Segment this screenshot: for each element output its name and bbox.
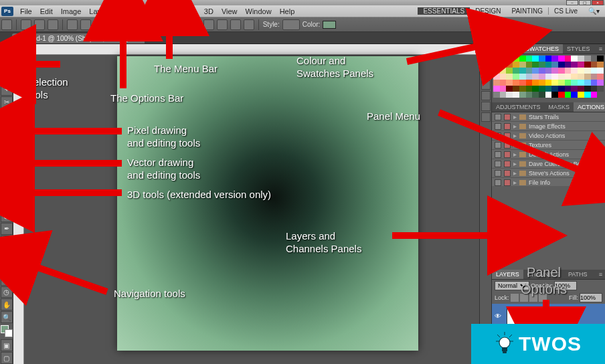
swatch[interactable] (513, 86, 519, 92)
combine-exc-icon[interactable] (244, 19, 254, 30)
swatch[interactable] (539, 92, 545, 98)
vector-mask-thumb[interactable] (531, 306, 551, 327)
blur-tool[interactable]: 💧 (1, 197, 13, 209)
swatch[interactable] (571, 86, 578, 92)
swatch[interactable] (591, 86, 598, 92)
menu-select[interactable]: Select (112, 7, 141, 15)
swatch[interactable] (597, 68, 604, 74)
action-row[interactable]: ▸Stars Trails (492, 112, 605, 122)
vertical-ruler[interactable] (13, 44, 24, 364)
swatch[interactable] (506, 68, 513, 74)
swatch[interactable] (571, 80, 578, 86)
swatch[interactable] (591, 92, 598, 98)
swatch[interactable] (493, 80, 500, 86)
color-swatch[interactable] (323, 21, 336, 29)
swatch[interactable] (565, 62, 572, 68)
actions-list[interactable]: ▸Stars Trails▸Image Effects▸Video Action… (492, 112, 605, 186)
swatch[interactable] (597, 86, 604, 92)
action-row[interactable]: ▸Steve's Actions (492, 169, 605, 178)
brush-tool[interactable]: 🖌 (1, 134, 13, 146)
roundrect-icon[interactable] (80, 19, 91, 30)
swatch[interactable] (539, 80, 545, 86)
swatch[interactable] (519, 92, 526, 98)
dialog-toggle-icon[interactable] (504, 161, 511, 167)
tab-close-icon[interactable]: × (135, 35, 139, 42)
swatch[interactable] (545, 92, 552, 98)
dialog-toggle-icon[interactable] (504, 142, 511, 149)
workspace-painting[interactable]: PAINTING (507, 7, 548, 15)
move-tool[interactable]: ✥ (1, 46, 13, 58)
swatch[interactable] (545, 68, 552, 74)
swatch[interactable] (558, 86, 565, 92)
dialog-toggle-icon[interactable] (504, 151, 511, 158)
3d-camera-tool[interactable]: ◷ (1, 286, 13, 298)
swatch[interactable] (519, 68, 526, 74)
layer-thumb[interactable] (507, 306, 527, 327)
swatch[interactable] (500, 56, 507, 62)
cs-live-button[interactable]: CS Live (548, 7, 583, 15)
wand-tool[interactable]: ✦ (1, 84, 13, 96)
shape-layer-icon[interactable] (21, 19, 31, 30)
swatch[interactable] (551, 80, 558, 86)
swatch[interactable] (493, 68, 500, 74)
swatch[interactable] (584, 74, 591, 80)
ribbon-icon-1[interactable] (481, 48, 491, 58)
swatch[interactable] (551, 62, 558, 68)
swatch[interactable] (500, 92, 507, 98)
swatch[interactable] (493, 62, 500, 68)
swatch[interactable] (513, 74, 519, 80)
swatch[interactable] (591, 62, 598, 68)
swatch[interactable] (597, 62, 604, 68)
swatch[interactable] (532, 62, 539, 68)
swatch[interactable] (578, 62, 584, 68)
ribbon-icon-6[interactable] (481, 102, 491, 111)
swatch[interactable] (539, 62, 545, 68)
checkbox-icon[interactable] (495, 132, 501, 139)
swatch[interactable] (558, 62, 565, 68)
swatch[interactable] (506, 86, 513, 92)
dodge-tool[interactable]: ◐ (1, 210, 13, 222)
swatch[interactable] (584, 86, 591, 92)
swatch[interactable] (519, 86, 526, 92)
heal-tool[interactable]: ✚ (1, 122, 13, 134)
shape-tool[interactable]: ⬭ (1, 261, 13, 273)
swatch[interactable] (558, 56, 565, 62)
swatch[interactable] (545, 86, 552, 92)
swatch[interactable] (565, 56, 572, 62)
tab-paths[interactable]: PATHS (564, 270, 592, 279)
swatch[interactable] (565, 68, 572, 74)
swatch[interactable] (578, 56, 584, 62)
minimize-button[interactable]: – (566, 0, 578, 5)
fg-bg-swatch[interactable] (1, 325, 13, 337)
gradient-tool[interactable]: ▤ (1, 185, 13, 197)
swatch[interactable] (526, 80, 533, 86)
swatch[interactable] (526, 68, 533, 74)
swatch[interactable] (597, 56, 604, 62)
screenmode-tool[interactable]: ▢ (1, 352, 13, 364)
swatch[interactable] (500, 86, 507, 92)
swatch[interactable] (506, 80, 513, 86)
menu-help[interactable]: Help (276, 7, 299, 15)
ribbon-icon-3[interactable] (481, 70, 491, 79)
dialog-toggle-icon[interactable] (504, 114, 511, 120)
hand-tool[interactable]: ✋ (1, 298, 13, 310)
swatch[interactable] (513, 62, 519, 68)
swatch[interactable] (578, 68, 584, 74)
swatch[interactable] (526, 74, 533, 80)
swatch[interactable] (532, 92, 539, 98)
swatch[interactable] (571, 92, 578, 98)
swatch[interactable] (519, 62, 526, 68)
tab-masks[interactable]: MASKS (545, 102, 574, 112)
swatch[interactable] (500, 68, 507, 74)
action-row[interactable]: ▸Dave Cuerdon's Beauty Kit Actions - Pho… (492, 159, 605, 169)
swatch[interactable] (539, 74, 545, 80)
fill-pixels-icon[interactable] (48, 19, 58, 30)
panel-menu-icon[interactable]: ≡ (596, 44, 605, 54)
swatch[interactable] (506, 56, 513, 62)
action-row[interactable]: ▸File Info (492, 178, 605, 186)
menu-3d[interactable]: 3D (200, 7, 218, 15)
swatch[interactable] (513, 80, 519, 86)
swatch[interactable] (526, 86, 533, 92)
maximize-button[interactable]: ▢ (579, 0, 591, 5)
crop-tool[interactable]: ✂ (1, 96, 13, 108)
